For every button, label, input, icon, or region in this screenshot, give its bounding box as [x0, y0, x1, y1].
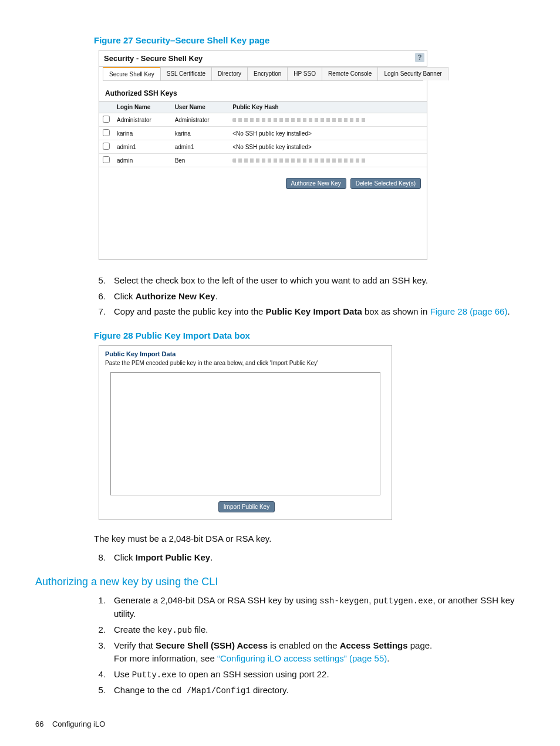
col-login: Login Name — [113, 102, 171, 113]
cell-user: Ben — [171, 154, 230, 167]
step-number: 8. — [94, 551, 114, 565]
cli-step-1: Generate a 2,048-bit DSA or RSA SSH key … — [114, 594, 525, 621]
cli-step-3: Verify that Secure Shell (SSH) Access is… — [114, 639, 525, 666]
row-checkbox[interactable] — [103, 143, 110, 150]
cell-login: admin1 — [113, 140, 171, 154]
tab-directory[interactable]: Directory — [211, 67, 248, 80]
cell-login: Administrator — [113, 113, 171, 127]
page-number: 66 — [35, 720, 43, 728]
delete-selected-keys-button[interactable]: Delete Selected Key(s) — [350, 178, 421, 189]
section-title: Authorized SSH Keys — [99, 81, 427, 101]
cell-user: karina — [171, 127, 230, 140]
cell-hash: <No SSH public key installed> — [229, 127, 427, 140]
figure27-caption: Figure 27 Security–Secure Shell Key page — [94, 35, 525, 45]
figure28-panel: Public Key Import Data Paste the PEM enc… — [99, 345, 392, 520]
step-5-text: Select the check box to the left of the … — [114, 274, 525, 288]
col-user: User Name — [171, 102, 230, 113]
cell-hash — [229, 154, 427, 167]
col-hash: Public Key Hash — [229, 102, 427, 113]
hash-redacted — [232, 158, 367, 163]
hash-redacted — [232, 118, 367, 122]
import-public-key-button[interactable]: Import Public Key — [218, 501, 275, 512]
panel-title-text: Security - Secure Shell Key — [104, 54, 203, 63]
keys-table: Login Name User Name Public Key Hash Adm… — [99, 101, 427, 167]
step-number: 2. — [94, 623, 114, 637]
tab-login-security-banner[interactable]: Login Security Banner — [377, 67, 448, 80]
table-row: karinakarina<No SSH public key installed… — [99, 127, 427, 140]
tab-secure-shell-key[interactable]: Secure Shell Key — [103, 67, 161, 80]
step-8: 8. Click Import Public Key. — [94, 551, 525, 565]
cell-user: admin1 — [171, 140, 230, 154]
step-number: 6. — [94, 290, 114, 303]
row-checkbox[interactable] — [103, 156, 110, 163]
cell-login: karina — [113, 127, 171, 140]
cli-steps: 1. Generate a 2,048-bit DSA or RSA SSH k… — [94, 594, 525, 697]
cli-step-5: Change to the cd /Map1/Config1 directory… — [114, 684, 525, 697]
table-row: AdministratorAdministrator — [99, 113, 427, 127]
panel-tabs: Secure Shell KeySSL CertificateDirectory… — [103, 67, 423, 81]
step-number: 5. — [94, 684, 114, 697]
authorize-new-key-button[interactable]: Authorize New Key — [286, 178, 346, 189]
step-number: 1. — [94, 594, 114, 621]
figure28-caption: Figure 28 Public Key Import Data box — [94, 330, 525, 340]
cli-heading: Authorizing a new key by using the CLI — [35, 576, 525, 588]
cell-hash — [229, 113, 427, 127]
cell-hash: <No SSH public key installed> — [229, 140, 427, 154]
tab-encryption[interactable]: Encryption — [247, 67, 288, 80]
configuring-ilo-link[interactable]: “Configuring iLO access settings” (page … — [217, 653, 387, 663]
step-6-text: Click Authorize New Key. — [114, 290, 525, 303]
key-bit-note: The key must be a 2,048-bit DSA or RSA k… — [94, 532, 525, 545]
tab-ssl-certificate[interactable]: SSL Certificate — [160, 67, 212, 80]
panel-title: Security - Secure Shell Key ? — [99, 50, 427, 67]
figure-28-link[interactable]: Figure 28 (page 66) — [430, 306, 508, 316]
table-row: adminBen — [99, 154, 427, 167]
step-number: 3. — [94, 639, 114, 666]
page-footer: 66 Configuring iLO — [35, 720, 105, 728]
step-number: 7. — [94, 305, 114, 319]
footer-title: Configuring iLO — [52, 720, 105, 728]
help-icon[interactable]: ? — [415, 53, 424, 62]
cell-login: admin — [113, 154, 171, 167]
row-checkbox[interactable] — [103, 116, 110, 123]
cli-step-2: Create the key.pub file. — [114, 623, 525, 637]
figure27-panel: Security - Secure Shell Key ? Secure She… — [99, 50, 427, 260]
steps-5-to-7: 5. Select the check box to the left of t… — [94, 274, 525, 319]
cli-step-4: Use Putty.exe to open an SSH session usi… — [114, 668, 525, 681]
tab-hp-sso[interactable]: HP SSO — [287, 67, 322, 80]
step-7-text: Copy and paste the public key into the P… — [114, 305, 525, 319]
cell-user: Administrator — [171, 113, 230, 127]
public-key-import-instructions: Paste the PEM encoded public key in the … — [99, 360, 392, 372]
table-row: admin1admin1<No SSH public key installed… — [99, 140, 427, 154]
step-number: 5. — [94, 274, 114, 288]
public-key-textarea[interactable] — [110, 372, 380, 495]
row-checkbox[interactable] — [103, 129, 110, 136]
tab-remote-console[interactable]: Remote Console — [322, 67, 378, 80]
public-key-import-title: Public Key Import Data — [99, 346, 392, 360]
step-8-text: Click Import Public Key. — [114, 551, 525, 565]
step-number: 4. — [94, 668, 114, 681]
